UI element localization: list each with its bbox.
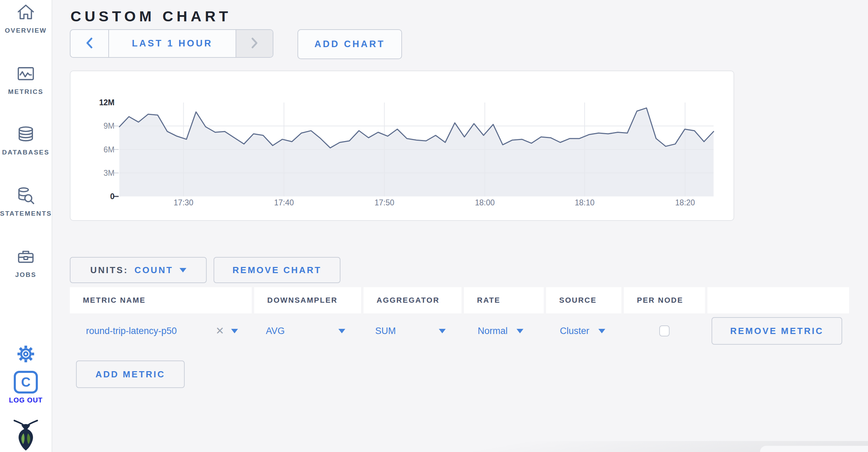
briefcase-icon — [16, 247, 36, 268]
aggregator-value: SUM — [375, 326, 396, 336]
chevron-right-icon — [251, 37, 258, 50]
chevron-down-icon — [598, 329, 605, 333]
cockroach-c-icon: C — [14, 371, 38, 394]
metric-name-value[interactable]: round-trip-latency-p50 — [86, 326, 177, 336]
time-range-widget: LAST 1 HOUR — [70, 29, 273, 58]
downsampler-dropdown[interactable]: AVG — [254, 313, 361, 348]
sidebar-item-label: DATABASES — [0, 149, 52, 156]
column-header-per-node: PER NODE — [624, 287, 705, 313]
settings-button[interactable] — [0, 343, 52, 366]
column-header-source: SOURCE — [546, 287, 621, 313]
units-label: UNITS: — [90, 265, 128, 276]
svg-text:17:50: 17:50 — [375, 198, 394, 207]
custom-chart-svg: 17:3017:4017:5018:0018:1018:2003M6M9M12M — [70, 71, 734, 220]
page-title: CUSTOM CHART — [70, 8, 231, 25]
source-value: Cluster — [560, 326, 589, 336]
clear-metric-icon[interactable]: ✕ — [216, 326, 224, 336]
sidebar-item-statements[interactable]: STATEMENTS — [0, 186, 52, 217]
chevron-down-icon[interactable] — [231, 329, 238, 333]
sidebar-item-jobs[interactable]: JOBS — [0, 247, 52, 279]
add-metric-button[interactable]: ADD METRIC — [76, 360, 185, 388]
add-chart-button[interactable]: ADD CHART — [297, 29, 402, 59]
svg-text:18:00: 18:00 — [475, 198, 495, 207]
chevron-down-icon — [517, 329, 523, 333]
svg-text:18:20: 18:20 — [675, 198, 695, 207]
aggregator-dropdown[interactable]: SUM — [364, 313, 462, 348]
sidebar-item-overview[interactable]: OVERVIEW — [0, 3, 52, 34]
metrics-table: METRIC NAME DOWNSAMPLER AGGREGATOR RATE … — [70, 287, 849, 348]
database-icon — [16, 125, 36, 146]
remove-chart-button[interactable]: REMOVE CHART — [214, 257, 340, 283]
svg-text:0: 0 — [110, 192, 115, 201]
sidebar-item-label: JOBS — [0, 271, 52, 279]
custom-chart-page: OVERVIEW METRICS DATABASES STATEMENTS JO — [0, 0, 868, 452]
rate-value: Normal — [478, 326, 508, 336]
per-node-cell — [624, 313, 705, 348]
svg-text:12M: 12M — [99, 98, 115, 107]
logout-label: LOG OUT — [0, 396, 52, 404]
cockroach-logo — [0, 417, 52, 452]
sidebar-item-label: STATEMENTS — [0, 210, 52, 217]
sidebar-item-label: OVERVIEW — [0, 27, 52, 34]
rate-dropdown[interactable]: Normal — [464, 313, 544, 348]
svg-text:17:30: 17:30 — [174, 198, 194, 207]
chevron-down-icon — [180, 268, 186, 272]
table-row: round-trip-latency-p50 ✕ AVG SUM Normal … — [70, 313, 849, 348]
metrics-icon — [16, 64, 36, 85]
time-range-next-button[interactable] — [236, 30, 273, 57]
column-header-downsampler: DOWNSAMPLER — [254, 287, 361, 313]
chart-card: 17:3017:4017:5018:0018:1018:2003M6M9M12M — [70, 71, 734, 221]
home-icon — [16, 3, 36, 24]
chevron-left-icon — [86, 37, 93, 50]
sidebar: OVERVIEW METRICS DATABASES STATEMENTS JO — [0, 0, 52, 452]
downsampler-value: AVG — [266, 326, 285, 336]
metric-name-cell: round-trip-latency-p50 ✕ — [70, 313, 252, 348]
sidebar-item-databases[interactable]: DATABASES — [0, 125, 52, 156]
time-range-prev-button[interactable] — [70, 30, 109, 57]
bottom-panel-shadow — [344, 441, 868, 452]
remove-metric-button[interactable]: REMOVE METRIC — [712, 317, 842, 345]
chevron-down-icon — [338, 329, 345, 333]
bottom-panel-corner — [760, 446, 868, 452]
column-header-actions — [707, 287, 849, 313]
units-value: COUNT — [134, 265, 173, 276]
svg-text:6M: 6M — [104, 145, 115, 154]
svg-text:9M: 9M — [104, 121, 115, 130]
logout-button[interactable]: C LOG OUT — [0, 371, 52, 404]
column-header-metric-name: METRIC NAME — [70, 287, 252, 313]
units-dropdown[interactable]: UNITS: COUNT — [70, 257, 207, 283]
svg-text:3M: 3M — [104, 169, 115, 177]
row-actions-cell: REMOVE METRIC — [707, 313, 849, 348]
sidebar-item-label: METRICS — [0, 88, 52, 96]
chevron-down-icon — [439, 329, 446, 333]
metrics-table-header: METRIC NAME DOWNSAMPLER AGGREGATOR RATE … — [70, 287, 849, 313]
time-range-dropdown[interactable]: LAST 1 HOUR — [109, 30, 236, 57]
gear-icon — [15, 360, 36, 366]
svg-text:17:40: 17:40 — [274, 198, 294, 207]
column-header-rate: RATE — [464, 287, 544, 313]
sidebar-item-metrics[interactable]: METRICS — [0, 64, 52, 96]
statements-magnifier-icon — [16, 186, 36, 207]
per-node-checkbox[interactable] — [659, 325, 670, 336]
column-header-aggregator: AGGREGATOR — [364, 287, 462, 313]
svg-text:18:10: 18:10 — [575, 198, 595, 207]
source-dropdown[interactable]: Cluster — [546, 313, 621, 348]
